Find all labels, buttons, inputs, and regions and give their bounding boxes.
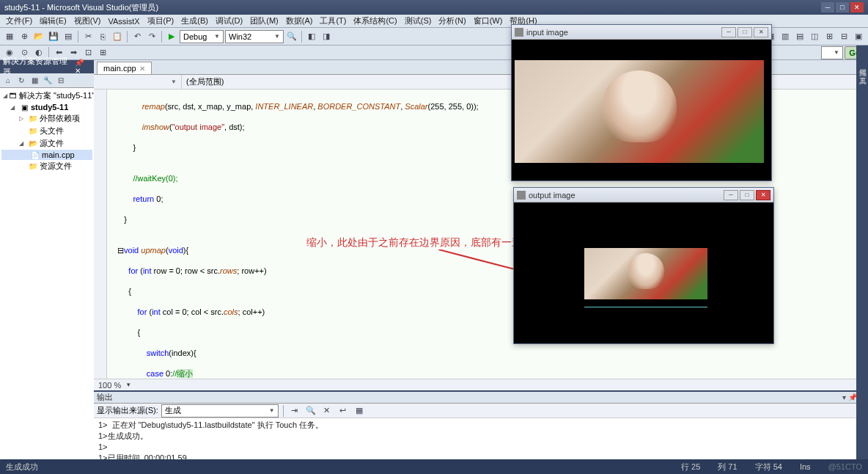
platform-combo[interactable]: Win32▼	[225, 30, 284, 43]
menu-analyze[interactable]: 分析(N)	[435, 15, 468, 26]
output-close-button[interactable]: ✕	[756, 190, 770, 200]
status-col: 列 71	[718, 462, 737, 473]
save-all-icon[interactable]: ▤	[62, 30, 75, 43]
input-image-window[interactable]: input image ─ □ ✕	[511, 24, 772, 181]
paste-icon[interactable]: 📋	[111, 30, 124, 43]
tab-label: main.cpp	[103, 64, 136, 73]
input-min-button[interactable]: ─	[721, 27, 736, 37]
tb-icon-2[interactable]: ◨	[320, 30, 333, 43]
menu-tools[interactable]: 工具(T)	[317, 15, 349, 26]
output-image-body	[514, 203, 773, 343]
copy-icon[interactable]: ⎘	[96, 30, 109, 43]
status-char: 字符 54	[755, 462, 782, 473]
tb-ext-5[interactable]: ⊞	[823, 30, 836, 43]
tb-ext-6[interactable]: ⊟	[837, 30, 850, 43]
tree-headers[interactable]: 📁头文件	[1, 125, 92, 137]
menu-data[interactable]: 数据(A)	[283, 15, 316, 26]
tb-ext-3[interactable]: ▤	[793, 30, 806, 43]
right-sidebar: 属性 工具	[856, 45, 868, 459]
menu-edit[interactable]: 编辑(E)	[37, 15, 70, 26]
start-debug-icon[interactable]: ▶	[165, 30, 178, 43]
se-collapse-icon[interactable]: ⊟	[55, 75, 67, 87]
undo-icon[interactable]: ↶	[130, 30, 144, 43]
tb2-icon-6[interactable]: ⊡	[81, 46, 95, 59]
tb2-icon-7[interactable]: ⊞	[96, 46, 109, 59]
output-underline	[584, 307, 707, 307]
menu-file[interactable]: 文件(F)	[3, 15, 35, 26]
menu-window[interactable]: 窗口(W)	[471, 15, 506, 26]
out-clear-icon[interactable]: ✕	[320, 404, 334, 418]
output-source-combo[interactable]: 生成▼	[161, 404, 279, 418]
close-button[interactable]: ✕	[850, 2, 864, 12]
new-project-icon[interactable]: ▦	[3, 30, 16, 43]
output-title: 输出	[97, 392, 113, 403]
tree-sources[interactable]: ◢📂源文件	[1, 137, 92, 150]
menu-view[interactable]: 视图(V)	[71, 15, 104, 26]
tab-close-icon[interactable]: ✕	[139, 65, 145, 73]
window-icon	[517, 191, 526, 200]
se-refresh-icon[interactable]: ↻	[15, 75, 27, 87]
nav-left-combo[interactable]: ▼	[94, 75, 182, 89]
tree-maincpp[interactable]: 📄main.cpp	[1, 150, 92, 160]
output-window-title: output image	[529, 191, 721, 200]
out-wrap-icon[interactable]: ↩	[336, 404, 350, 418]
cut-icon[interactable]: ✂	[81, 30, 95, 43]
output-image-window[interactable]: output image ─ □ ✕	[513, 187, 774, 344]
rs-item-2[interactable]: 工具	[856, 69, 868, 75]
input-max-button[interactable]: □	[738, 27, 752, 37]
menu-team[interactable]: 团队(M)	[247, 15, 282, 26]
minimize-button[interactable]: ─	[821, 2, 834, 12]
menu-project[interactable]: 项目(P)	[144, 15, 177, 26]
status-bar: 生成成功 行 25 列 71 字符 54 Ins @51CTO	[0, 459, 868, 474]
solution-tree[interactable]: ◢🗔解决方案 "study5-11" (1 个项 ◢▣study5-11 ▷📁外…	[0, 88, 94, 468]
menu-debug[interactable]: 调试(D)	[213, 15, 246, 26]
config-combo[interactable]: Debug▼	[180, 30, 224, 43]
save-icon[interactable]: 💾	[47, 30, 60, 43]
menu-test[interactable]: 测试(S)	[402, 15, 435, 26]
scope-combo[interactable]: (全局范围)▼	[182, 75, 525, 89]
pin-icon[interactable]: 📌 ✕	[75, 59, 91, 75]
watermark: @51CTO	[828, 462, 862, 471]
menu-vassistx[interactable]: VAssistX	[105, 17, 142, 26]
tab-maincpp[interactable]: main.cpp ✕	[97, 62, 152, 74]
window-icon	[515, 28, 523, 37]
out-goto-icon[interactable]: ⇥	[288, 404, 301, 418]
maximize-button[interactable]: □	[836, 2, 849, 12]
input-photo	[515, 60, 764, 163]
se-showall-icon[interactable]: ▦	[29, 75, 40, 87]
se-props-icon[interactable]: 🔧	[42, 75, 54, 87]
add-item-icon[interactable]: ⊕	[18, 30, 31, 43]
input-close-button[interactable]: ✕	[754, 27, 768, 37]
output-max-button[interactable]: □	[740, 190, 754, 200]
input-window-title: input image	[526, 28, 718, 37]
status-build: 生成成功	[6, 462, 663, 473]
se-home-icon[interactable]: ⌂	[2, 75, 14, 87]
status-line: 行 25	[681, 462, 700, 473]
tree-deps[interactable]: ▷📁外部依赖项	[1, 112, 92, 125]
tb-ext-2[interactable]: ▥	[779, 30, 792, 43]
tree-project[interactable]: ◢▣study5-11	[1, 102, 92, 112]
zoom-level[interactable]: 100 %	[98, 381, 121, 390]
tb-icon-1[interactable]: ◧	[305, 30, 318, 43]
rs-item-1[interactable]: 属性	[856, 60, 868, 66]
menu-arch[interactable]: 体系结构(C)	[350, 15, 400, 26]
out-tool5-icon[interactable]: ▦	[353, 404, 366, 418]
redo-icon[interactable]: ↷	[145, 30, 158, 43]
app-title: study5-11 - Microsoft Visual Studio(管理员)	[4, 2, 821, 13]
open-icon[interactable]: 📂	[32, 30, 45, 43]
solution-explorer-panel: 解决方案资源管理器 📌 ✕ ⌂ ↻ ▦ 🔧 ⊟ ◢🗔解决方案 "study5-1…	[0, 60, 94, 474]
status-ins: Ins	[800, 462, 811, 471]
output-source-label: 显示输出来源(S):	[97, 405, 158, 416]
find-icon[interactable]: 🔍	[285, 30, 298, 43]
out-find-icon[interactable]: 🔍	[304, 404, 317, 418]
tree-resources[interactable]: 📁资源文件	[1, 160, 92, 172]
tb-ext-7[interactable]: ▣	[852, 30, 865, 43]
tb-ext-4[interactable]: ◫	[808, 30, 821, 43]
input-image-body	[512, 40, 771, 181]
tree-solution[interactable]: ◢🗔解决方案 "study5-11" (1 个项	[1, 90, 92, 102]
search-box[interactable]: ▼	[821, 46, 843, 59]
menu-build[interactable]: 生成(B)	[178, 15, 211, 26]
title-bar: study5-11 - Microsoft Visual Studio(管理员)…	[0, 0, 868, 15]
output-photo	[584, 248, 707, 299]
output-min-button[interactable]: ─	[724, 190, 738, 200]
